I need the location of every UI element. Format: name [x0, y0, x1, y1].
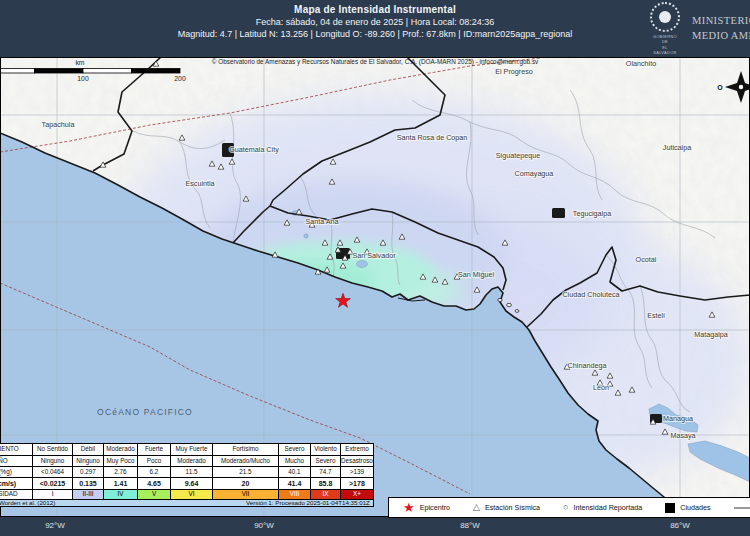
- legend-label: Estación Sísmica: [485, 503, 540, 512]
- table-cell: >178: [341, 478, 374, 490]
- compass-west-label: O: [717, 84, 723, 91]
- city-label: Santa Rosa de Copan: [397, 133, 468, 142]
- city-label: San Salvador: [352, 251, 396, 260]
- scale-tick-200: 200: [174, 75, 186, 82]
- axis-tick-label: 88°W: [460, 521, 480, 530]
- longitude-axis: 92°W90°W88°W86°W: [0, 517, 750, 536]
- circle-legend-icon: ○: [563, 503, 568, 512]
- city-label: San Miguel: [458, 270, 494, 279]
- table-cell: Fuerte: [138, 444, 171, 456]
- page-title: Mapa de Intensidad Instrumental: [90, 4, 660, 15]
- table-cell: >139: [341, 467, 374, 478]
- table-cell: 41.4: [279, 478, 311, 490]
- table-cell: 2.76: [104, 467, 138, 478]
- legend-label: Intensidad Reportada: [574, 503, 643, 512]
- legend-item: ○Intensidad Reportada: [563, 503, 642, 512]
- city-label: Esteli: [647, 311, 665, 320]
- table-row-label: PGV(cm/s): [0, 478, 33, 490]
- city-label: Escuintla: [185, 179, 214, 188]
- intensity-cell: VI: [171, 490, 213, 500]
- city-label: Olanchito: [626, 59, 656, 68]
- table-cell: Ninguno: [73, 456, 104, 467]
- city-label: Ciudad Choluteca: [562, 290, 619, 299]
- legend-item: Ciudades: [665, 503, 710, 513]
- table-cell: Muy Poco: [104, 456, 138, 467]
- scale-tick-100: 100: [77, 75, 89, 82]
- header-date-line: Fecha: sábado, 04 de enero de 2025 | Hor…: [90, 17, 660, 27]
- table-cell: <0.0215: [33, 478, 73, 490]
- triangle-legend-icon: △: [473, 503, 480, 512]
- table-cell: 21.5: [213, 467, 279, 478]
- intensity-cell: X+: [341, 490, 374, 500]
- table-cell: Violento: [311, 444, 341, 456]
- city-label: Ocotal: [636, 255, 657, 264]
- city-label: Siguatepeque: [496, 151, 540, 160]
- app-root: { "header": { "title": "Mapa de Intensid…: [0, 0, 750, 536]
- city-label: Managua: [663, 414, 693, 423]
- table-cell: Moderado/Mucho: [213, 456, 279, 467]
- legend-label: Epicentro: [420, 503, 450, 512]
- city-label: Juticalpa: [663, 143, 691, 152]
- intensity-cell: I: [33, 490, 73, 500]
- table-cell: Poco: [138, 456, 171, 467]
- table-cell: 74.7: [311, 467, 341, 478]
- scale-unit: km: [75, 59, 84, 66]
- table-cell: 85.8: [311, 478, 341, 490]
- table-cell: 0.297: [73, 467, 104, 478]
- table-row-label: PGA(%g): [0, 467, 33, 478]
- table-cell: Severo: [279, 444, 311, 456]
- city-label: Matagalpa: [694, 330, 728, 339]
- scale-source: Escala por Worden et al. (2012): [0, 500, 55, 506]
- map-legend: ★Epicentro△Estación Sísmica○Intensidad R…: [388, 497, 750, 518]
- table-cell: 20: [213, 478, 279, 490]
- ocean-label: OCéANO PACIFICO: [97, 407, 193, 417]
- city-label: El Progreso: [495, 67, 533, 76]
- gov-label: GOBIERNO DE EL SALVADOR: [650, 34, 680, 55]
- city-area: [552, 208, 565, 218]
- header-params-line: Magnitud: 4.7 | Latitud N: 13.256 | Long…: [90, 29, 660, 39]
- city-label: Guatemala City: [229, 145, 279, 154]
- legend-item: Límite de País: [734, 503, 750, 512]
- intensity-cell: IX: [311, 490, 341, 500]
- intensity-cell: VIII: [279, 490, 311, 500]
- axis-tick-label: 90°W: [254, 521, 274, 530]
- header-text: Mapa de Intensidad Instrumental Fecha: s…: [90, 4, 660, 39]
- table-cell: <0.0464: [33, 467, 73, 478]
- intensity-cell: IV: [104, 490, 138, 500]
- gov-line1: GOBIERNO DE: [650, 34, 680, 44]
- city-label: Chinandega: [568, 361, 607, 370]
- city-label: Santa Ana: [305, 217, 338, 226]
- table-cell: Severo: [311, 456, 341, 467]
- legend-item: ★Epicentro: [403, 503, 450, 513]
- table-cell: Débil: [73, 444, 104, 456]
- table-cell: 6.2: [138, 467, 171, 478]
- table-cell: 0.135: [73, 478, 104, 490]
- axis-tick-label: 86°W: [670, 521, 690, 530]
- version-processed: Versión 1: Procesado 2025-01-04T14:35:01…: [246, 500, 373, 506]
- square-legend-icon: [665, 503, 675, 513]
- legend-item: △Estación Sísmica: [473, 503, 540, 512]
- city-label: León: [593, 383, 609, 392]
- gov-line2: EL SALVADOR: [650, 45, 680, 55]
- table-cell: 1.41: [104, 478, 138, 490]
- city-label: Tegucigalpa: [573, 209, 611, 218]
- table-cell: 4.65: [138, 478, 171, 490]
- header-bar: Mapa de Intensidad Instrumental Fecha: s…: [0, 0, 750, 57]
- intensity-cell: II-III: [73, 490, 104, 500]
- intensity-scale-table: MOVIMIENTONo SentidoDébilModeradoFuerteM…: [0, 443, 374, 507]
- star-legend-icon: ★: [403, 503, 415, 513]
- city-label: Masaya: [670, 431, 695, 440]
- table-cell: Muy Fuerte: [171, 444, 213, 456]
- table-cell: 11.5: [171, 467, 213, 478]
- axis-tick-label: 92°W: [45, 521, 65, 530]
- ministry-label: MINISTERIO MEDIO AMBIENTE: [692, 14, 750, 42]
- attribution-text: © Observatorio de Amenazas y Recursos Na…: [212, 58, 539, 66]
- gobierno-logo: GOBIERNO DE EL SALVADOR MINISTERIO MEDIO…: [650, 0, 750, 57]
- el-salvador-seal-icon: [650, 2, 680, 32]
- table-row-label: INTENSIDAD: [0, 490, 33, 500]
- table-cell: Mucho: [279, 456, 311, 467]
- intensity-cell: V: [138, 490, 171, 500]
- table-row-label: DAÑO: [0, 456, 33, 467]
- city-label: Tapachula: [42, 120, 75, 129]
- table-cell: Moderado: [171, 456, 213, 467]
